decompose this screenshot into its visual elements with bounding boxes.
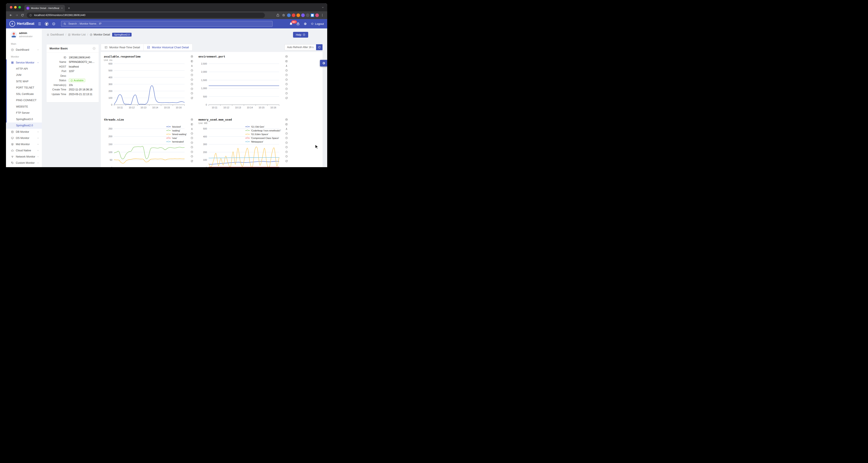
logout-button[interactable]: Logout: [311, 22, 324, 25]
sidebar-item-custom-monitor[interactable]: Custom Monitor: [6, 160, 42, 166]
legend-item[interactable]: 'Compressed Class Space': [245, 137, 281, 139]
window-zoom-button[interactable]: [19, 6, 21, 8]
address-bar[interactable]: [27, 12, 265, 18]
tab-close-icon[interactable]: [61, 7, 63, 9]
sidebar-item-port-telnet[interactable]: PORT TELNET: [6, 85, 42, 91]
settings-gear-icon[interactable]: [303, 22, 307, 26]
clock-icon[interactable]: [190, 155, 193, 158]
legend-item[interactable]: 'G1 Old Gen': [245, 125, 281, 128]
reload-button[interactable]: [20, 13, 25, 18]
share-icon[interactable]: [276, 13, 280, 18]
legend-item[interactable]: 'Metaspace': [245, 140, 281, 143]
menu-fold-icon[interactable]: [38, 22, 41, 26]
clock-icon[interactable]: [285, 87, 288, 90]
clock-icon[interactable]: [190, 83, 193, 86]
tab-monitor-real-time-detail[interactable]: Monitor Real-Time Detail: [101, 44, 144, 51]
box2-icon[interactable]: [285, 60, 288, 63]
download-icon[interactable]: [285, 127, 288, 130]
clock-icon[interactable]: [285, 92, 288, 95]
site-info-icon[interactable]: [29, 14, 32, 17]
sidebar-item-ftp-server[interactable]: FTP Server: [6, 110, 42, 116]
download-icon[interactable]: [190, 64, 193, 67]
legend-item[interactable]: 'timed-waiting': [166, 133, 187, 136]
auto-refresh-select[interactable]: Auto Refresh After 16 s: [284, 44, 316, 50]
sidebar-item-website[interactable]: WEBSITE: [6, 104, 42, 110]
refresh-icon[interactable]: [190, 160, 193, 163]
sidebar-item-mid-monitor[interactable]: Mid Monitor: [6, 141, 42, 147]
clock-icon[interactable]: [190, 137, 193, 139]
github-icon[interactable]: [45, 22, 49, 26]
sidebar-item-ssl-certificate[interactable]: SSL Certificate: [6, 91, 42, 97]
sidebar-item-db-monitor[interactable]: DB Monitor: [6, 129, 42, 135]
collapse-card-icon[interactable]: [92, 47, 96, 50]
bookmark-star-icon[interactable]: [281, 13, 286, 18]
sidebar-item-dashboard[interactable]: DashBoard: [6, 47, 42, 53]
clock-icon[interactable]: [190, 141, 193, 144]
clock-icon[interactable]: [285, 146, 288, 149]
box2-icon[interactable]: [190, 123, 193, 126]
sidebar-item-cloud-native[interactable]: Cloud Native: [6, 147, 42, 153]
clock-icon[interactable]: [190, 78, 193, 81]
legend-item[interactable]: 'terminated': [166, 140, 187, 143]
clock-icon[interactable]: [190, 69, 193, 72]
clock-icon[interactable]: [285, 69, 288, 72]
clock-icon[interactable]: [285, 83, 288, 86]
sidebar-item-jvm[interactable]: JVM: [6, 72, 42, 79]
sidebar-item-ping-connect[interactable]: PING CONNECT: [6, 97, 42, 104]
sidebar-item-service-monitor[interactable]: Service Monitor: [6, 59, 42, 66]
sidebar-item-network-monitor[interactable]: Network Monitor: [6, 153, 42, 160]
legend-item[interactable]: 'waiting': [166, 129, 187, 132]
extension-icon[interactable]: [306, 13, 309, 17]
extension-icon[interactable]: [301, 13, 305, 17]
window-close-button[interactable]: [10, 6, 12, 8]
box2-icon[interactable]: [190, 60, 193, 63]
extension-metamask-icon[interactable]: [297, 13, 300, 17]
gitee-icon[interactable]: [52, 22, 56, 26]
url-input[interactable]: [34, 13, 262, 17]
legend-item[interactable]: 'new': [166, 137, 187, 139]
legend-item[interactable]: 'blocked': [166, 125, 187, 128]
sidebar-item-site-map[interactable]: SITE MAP: [6, 78, 42, 85]
user-profile[interactable]: admin administrator: [6, 28, 42, 40]
clock-icon[interactable]: [285, 78, 288, 81]
browser-tab[interactable]: Monitor Detail - HertzBeat: [24, 5, 65, 11]
box-icon[interactable]: [190, 118, 193, 121]
clock-icon[interactable]: [285, 137, 288, 139]
clock-icon[interactable]: [285, 150, 288, 153]
sidebar-item-http-api[interactable]: HTTP API: [6, 66, 42, 72]
refresh-icon[interactable]: [285, 160, 288, 163]
theme-settings-button[interactable]: [320, 60, 327, 66]
refresh-icon[interactable]: [285, 97, 288, 99]
tab-groups-icon[interactable]: [311, 13, 314, 17]
profile-avatar[interactable]: [315, 13, 319, 17]
global-search[interactable]: [61, 21, 273, 27]
clock-icon[interactable]: [190, 132, 193, 135]
breadcrumb-item-dashboard[interactable]: DashBoard: [46, 33, 64, 36]
tab-monitor-historical-chart-detail[interactable]: Monitor Historical Chart Detail: [144, 44, 192, 51]
download-icon[interactable]: [285, 64, 288, 67]
clock-icon[interactable]: [285, 132, 288, 135]
forward-button[interactable]: [14, 13, 19, 18]
extension-icon[interactable]: [287, 13, 291, 17]
search-input[interactable]: [68, 22, 270, 25]
refresh-icon[interactable]: [190, 97, 193, 99]
sidebar-item-springboot2-0[interactable]: SpringBoot2.0: [6, 122, 42, 129]
breadcrumb-item-monitor-list[interactable]: Monitor List: [68, 33, 86, 36]
clock-icon[interactable]: [285, 74, 288, 76]
clock-icon[interactable]: [190, 150, 193, 153]
back-button[interactable]: [8, 13, 13, 18]
hertzbeat-logo-icon[interactable]: [9, 21, 15, 27]
clock-icon[interactable]: [285, 141, 288, 144]
sidebar-item-os-monitor[interactable]: OS Monitor: [6, 135, 42, 141]
clock-icon[interactable]: [190, 87, 193, 90]
tab-list-chevron-icon[interactable]: [321, 6, 324, 9]
clock-icon[interactable]: [190, 146, 193, 149]
legend-item[interactable]: 'G1 Eden Space': [245, 133, 281, 136]
browser-menu-icon[interactable]: [320, 13, 324, 18]
clock-icon[interactable]: [285, 155, 288, 158]
box-icon[interactable]: [285, 118, 288, 121]
clock-icon[interactable]: [190, 74, 193, 76]
clock-icon[interactable]: [190, 92, 193, 95]
notification-bell-button[interactable]: 99+: [289, 22, 293, 26]
box-icon[interactable]: [190, 55, 193, 58]
